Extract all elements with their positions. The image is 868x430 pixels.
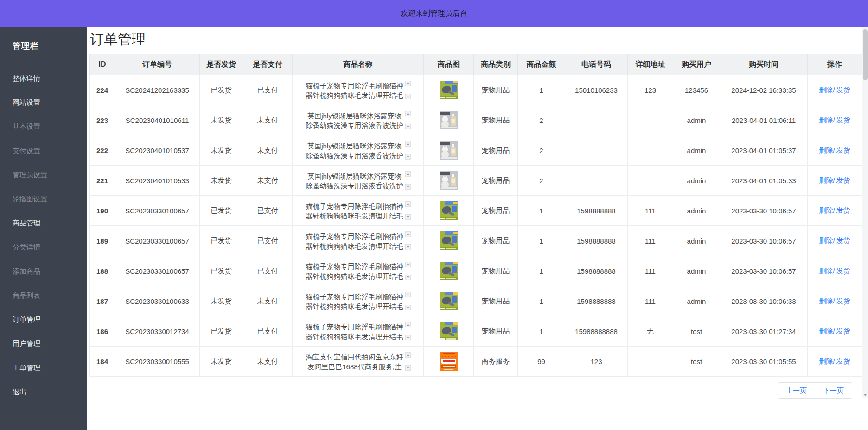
column-header-4: 商品名称 [293,54,424,75]
sidebar-item-11[interactable]: 用户管理 [0,332,87,356]
scroll-down-icon[interactable] [405,275,411,280]
scroll-up-icon[interactable] [405,111,411,116]
ship-status: 未发货 [200,135,243,166]
column-header-5: 商品图 [424,54,474,75]
ship-link[interactable]: 发货 [836,357,850,365]
ship-status: 未发货 [200,105,243,135]
column-header-12: 操作 [808,54,862,75]
delete-link[interactable]: 删除 [819,297,833,305]
delete-link[interactable]: 删除 [819,176,833,184]
ship-status: 已发货 [200,226,243,256]
delete-link[interactable]: 删除 [819,237,833,244]
address: 111 [628,286,673,316]
product-name-scrollbar[interactable] [405,171,411,190]
scroll-up-icon[interactable] [405,322,411,327]
window-scrollbar[interactable] [862,27,868,398]
scroll-down-icon[interactable] [405,365,411,371]
order-number: SC20230330100657 [115,196,200,226]
product-name-scrollbar[interactable] [405,111,411,129]
pay-status: 未支付 [243,286,293,316]
scroll-up-icon[interactable] [405,141,411,147]
product-name-scrollbar[interactable] [405,141,411,160]
scroll-up-icon[interactable] [405,231,411,237]
delete-link[interactable]: 删除 [819,267,833,275]
address: 无 [628,316,673,347]
scroll-down-icon[interactable] [405,154,411,160]
product-name-scrollbar[interactable] [405,352,411,371]
cat-brush-green-image [440,322,458,340]
ship-status: 未发货 [200,286,243,316]
scroll-up-icon[interactable] [405,292,411,297]
sidebar-item-3[interactable]: 支付设置 [0,139,87,163]
sidebar-item-0[interactable]: 整体详情 [0,66,87,90]
scroll-up-icon[interactable] [405,201,411,207]
sidebar-item-6[interactable]: 商品管理 [0,211,87,235]
buyer: admin [673,256,720,286]
scrollbar-thumb[interactable] [863,29,868,80]
delete-link[interactable]: 删除 [819,357,833,365]
delete-link[interactable]: 删除 [819,116,833,124]
action-separator: / [833,176,835,184]
product-image-cell [424,75,474,105]
scroll-down-icon[interactable] [405,124,411,129]
address [628,135,673,166]
scroll-down-icon[interactable] [405,335,411,340]
ship-link[interactable]: 发货 [836,146,850,154]
ship-link[interactable]: 发货 [836,176,850,184]
sidebar-item-7[interactable]: 分类详情 [0,235,87,259]
sidebar-item-8[interactable]: 添加商品 [0,259,87,283]
sidebar-title: 管理栏 [0,27,87,51]
scroll-up-icon[interactable] [405,171,411,177]
pay-status: 已支付 [243,316,293,347]
scroll-up-icon[interactable] [405,262,411,267]
ship-link[interactable]: 发货 [836,327,850,335]
delete-link[interactable]: 删除 [819,146,833,154]
order-number: SC20230330100657 [115,256,200,286]
scroll-down-icon[interactable] [405,184,411,190]
delete-link[interactable]: 删除 [819,206,833,214]
product-name-scrollbar[interactable] [405,81,411,99]
delete-link[interactable]: 删除 [819,327,833,335]
prev-page-button[interactable]: 上一页 [778,382,815,399]
product-name: 猫梳子宠物专用除浮毛刷撸猫神器针梳狗狗猫咪毛发清理开结毛 [306,231,404,250]
scroll-up-icon[interactable] [405,81,411,86]
scroll-up-icon[interactable] [405,352,411,358]
scroll-down-icon[interactable] [405,214,411,220]
sidebar-item-10[interactable]: 订单管理 [0,308,87,332]
table-row: 222 SC20230401010537 未发货 未支付 英国jhly银渐层猫咪… [90,135,862,166]
ship-link[interactable]: 发货 [836,86,850,94]
product-amount: 1 [518,256,565,286]
purchase-time: 2023-03-30 10:06:57 [720,196,808,226]
cat-brush-green-image [440,231,458,250]
product-name-scrollbar[interactable] [405,201,411,220]
purchase-time: 2023-04-01 01:05:37 [720,135,808,166]
sidebar-item-5[interactable]: 轮播图设置 [0,187,87,211]
product-name-scrollbar[interactable] [405,262,411,280]
product-name-scrollbar[interactable] [405,231,411,250]
order-id: 222 [90,135,115,166]
product-name: 英国jhly银渐层猫咪沐浴露宠物除蚤幼猫洗澡专用浴液香波洗护用 [306,111,404,129]
delete-link[interactable]: 删除 [819,86,833,94]
ship-link[interactable]: 发货 [836,116,850,124]
product-amount: 1 [518,316,565,347]
product-name-scrollbar[interactable] [405,322,411,340]
sidebar-item-1[interactable]: 网站设置 [0,90,87,115]
ship-link[interactable]: 发货 [836,267,850,275]
sidebar-item-2[interactable]: 基本设置 [0,115,87,139]
scroll-down-icon[interactable] [405,94,411,99]
ship-link[interactable]: 发货 [836,237,850,244]
product-name-scrollbar[interactable] [405,292,411,310]
scrollbar-down-arrow-icon[interactable] [862,392,868,398]
next-page-button[interactable]: 下一页 [815,382,852,399]
sidebar-item-4[interactable]: 管理员设置 [0,163,87,187]
scroll-down-icon[interactable] [405,244,411,250]
action-separator: / [833,116,835,124]
sidebar-item-9[interactable]: 商品列表 [0,283,87,308]
sidebar-item-12[interactable]: 工单管理 [0,356,87,380]
product-amount: 2 [518,105,565,135]
sidebar-item-13[interactable]: 退出 [0,380,87,404]
ship-link[interactable]: 发货 [836,297,850,305]
pay-status: 未支付 [243,347,293,377]
scroll-down-icon[interactable] [405,305,411,310]
ship-link[interactable]: 发货 [836,206,850,214]
